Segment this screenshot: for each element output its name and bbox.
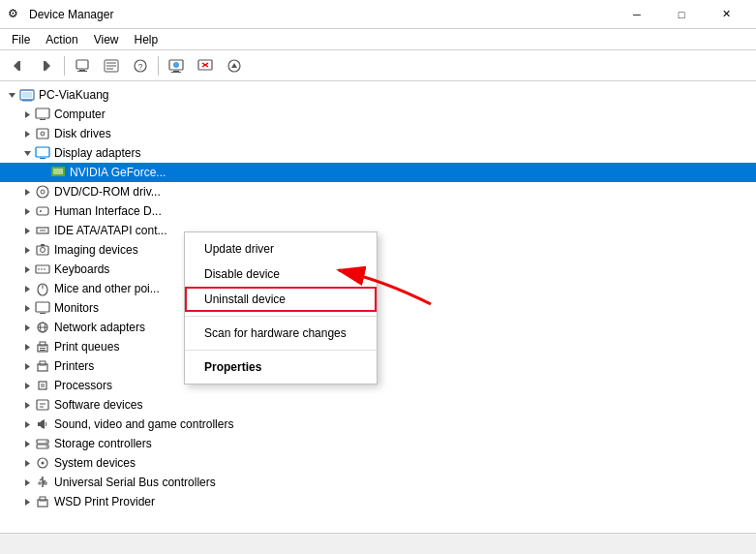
- svg-rect-69: [40, 348, 45, 349]
- properties-toolbar-btn[interactable]: [69, 53, 96, 78]
- label-ide: IDE ATA/ATAPI cont...: [54, 224, 166, 237]
- expander-monitors[interactable]: [19, 300, 35, 316]
- expander-sound[interactable]: [19, 416, 35, 432]
- icon-dvd: [35, 184, 50, 200]
- context-menu-item-disable_device[interactable]: Disable device: [185, 262, 377, 287]
- icon-keyboards: [35, 262, 50, 277]
- expander-system[interactable]: [19, 455, 35, 471]
- statusbar: [0, 533, 756, 554]
- expander-software[interactable]: [19, 397, 35, 413]
- tree-item-usb[interactable]: Universal Serial Bus controllers: [0, 473, 756, 492]
- close-button[interactable]: ✕: [704, 0, 748, 29]
- svg-marker-0: [14, 61, 18, 71]
- menu-item-file[interactable]: File: [4, 31, 38, 48]
- svg-marker-2: [45, 61, 50, 71]
- svg-rect-97: [45, 482, 47, 484]
- expander-print_q[interactable]: [19, 339, 35, 354]
- tree-item-monitors[interactable]: Monitors: [0, 298, 756, 318]
- expander-hid[interactable]: [19, 203, 35, 219]
- expander-storage[interactable]: [19, 436, 35, 451]
- expander-mice[interactable]: [19, 281, 35, 296]
- tree-item-hid[interactable]: Human Interface D...: [0, 201, 756, 221]
- menu-item-help[interactable]: Help: [127, 31, 166, 48]
- label-sound: Sound, video and game controllers: [54, 417, 233, 431]
- delete-button[interactable]: [192, 53, 219, 78]
- icon-display: [35, 145, 50, 161]
- tree-item-printers[interactable]: Printers: [0, 356, 756, 376]
- icon-system: [35, 455, 50, 471]
- context-menu-item-uninstall_device[interactable]: Uninstall device: [185, 287, 377, 312]
- expander-processors[interactable]: [19, 378, 35, 393]
- tree-item-processors[interactable]: Processors: [0, 376, 756, 395]
- window-controls: ─ □ ✕: [615, 0, 748, 29]
- svg-rect-35: [40, 158, 45, 159]
- icon-printers: [35, 358, 50, 374]
- label-software: Software devices: [54, 398, 142, 412]
- forward-button[interactable]: [33, 53, 60, 78]
- expander-display[interactable]: [19, 145, 35, 161]
- context-menu-item-scan_hardware[interactable]: Scan for hardware changes: [185, 321, 377, 346]
- expander-computer[interactable]: [19, 107, 35, 122]
- label-nvidia: NVIDIA GeForce...: [70, 166, 166, 179]
- tree-item-disk[interactable]: Disk drives: [0, 124, 756, 143]
- menu-item-view[interactable]: View: [86, 31, 127, 48]
- expander-imaging[interactable]: [19, 242, 35, 258]
- expander-dvd[interactable]: [19, 184, 35, 200]
- tree-item-ide[interactable]: IDE ATA/ATAPI cont...: [0, 221, 756, 240]
- tree-item-print_q[interactable]: Print queues: [0, 337, 756, 356]
- svg-marker-77: [25, 402, 30, 409]
- svg-rect-70: [40, 350, 45, 351]
- tree-item-network[interactable]: Network adapters: [0, 318, 756, 337]
- tree-item-software[interactable]: Software devices: [0, 395, 756, 415]
- icon-storage: [35, 436, 50, 451]
- menu-item-action[interactable]: Action: [38, 31, 85, 48]
- tree-item-wsd[interactable]: WSD Print Provider: [0, 492, 756, 511]
- tree-item-keyboards[interactable]: Keyboards: [0, 260, 756, 279]
- toolbar-sep-1: [64, 56, 65, 76]
- label-display: Display adapters: [54, 146, 140, 160]
- expander-network[interactable]: [19, 320, 35, 335]
- svg-rect-78: [37, 400, 48, 410]
- tree-item-root[interactable]: PC-ViaKuang: [0, 85, 756, 105]
- svg-rect-76: [41, 384, 45, 387]
- tree-item-imaging[interactable]: Imaging devices: [0, 240, 756, 260]
- context-menu-item-update_driver[interactable]: Update driver: [185, 236, 377, 262]
- expander-ide[interactable]: [19, 223, 35, 238]
- tree-item-sound[interactable]: Sound, video and game controllers: [0, 415, 756, 434]
- tree-item-storage[interactable]: Storage controllers: [0, 434, 756, 453]
- expander-wsd[interactable]: [19, 494, 35, 509]
- device-tree[interactable]: PC-ViaKuangComputerDisk drivesDisplay ad…: [0, 81, 756, 515]
- expander-root[interactable]: [4, 87, 19, 103]
- back-button[interactable]: [4, 53, 31, 78]
- tree-item-system[interactable]: System devices: [0, 453, 756, 473]
- svg-point-32: [43, 134, 44, 135]
- label-system: System devices: [54, 456, 136, 470]
- scan-button[interactable]: [221, 53, 248, 78]
- svg-point-39: [37, 186, 48, 198]
- expander-keyboards[interactable]: [19, 262, 35, 277]
- tree-item-dvd[interactable]: DVD/CD-ROM driv...: [0, 182, 756, 201]
- expander-usb[interactable]: [19, 475, 35, 490]
- svg-rect-3: [44, 61, 45, 71]
- tree-item-mice[interactable]: Mice and other poi...: [0, 279, 756, 298]
- expander-disk[interactable]: [19, 126, 35, 141]
- tree-item-nvidia[interactable]: NVIDIA GeForce...: [0, 163, 756, 182]
- icon-mice: [35, 281, 50, 296]
- icon-computer: [35, 107, 50, 122]
- svg-rect-82: [38, 422, 41, 426]
- tree-item-computer[interactable]: Computer: [0, 105, 756, 124]
- svg-marker-51: [25, 266, 30, 273]
- svg-marker-22: [9, 93, 15, 98]
- context-menu-item-properties[interactable]: Properties: [185, 354, 377, 380]
- toolbar: ?: [0, 50, 756, 81]
- tree-item-display[interactable]: Display adapters: [0, 143, 756, 163]
- maximize-button[interactable]: □: [659, 0, 704, 29]
- help-button[interactable]: ?: [127, 53, 154, 78]
- expander-printers[interactable]: [19, 358, 35, 374]
- monitor-button[interactable]: [163, 53, 190, 78]
- svg-marker-83: [41, 419, 45, 429]
- minimize-button[interactable]: ─: [615, 0, 659, 29]
- properties-list-btn[interactable]: [98, 53, 125, 78]
- svg-point-88: [45, 446, 47, 447]
- svg-rect-24: [22, 92, 32, 98]
